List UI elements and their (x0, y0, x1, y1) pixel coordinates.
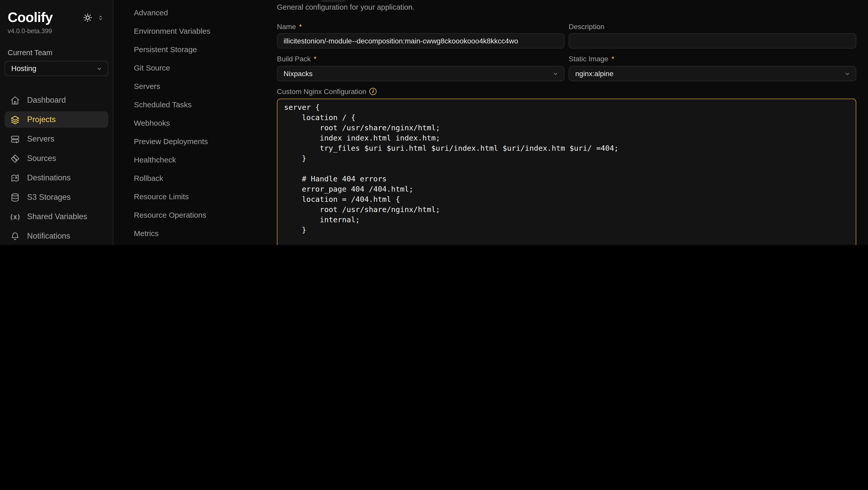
subnav-item-scheduled-tasks[interactable]: Scheduled Tasks (134, 98, 272, 110)
sidebar-nav: DashboardProjectsServersSourcesDestinati… (5, 92, 108, 245)
chevron-down-icon (844, 70, 850, 77)
sidebar-item-label: Shared Variables (27, 212, 87, 221)
code-line: try_files $uri $uri.html $uri/index.html… (284, 143, 856, 153)
code-line (284, 163, 856, 174)
git-icon (10, 153, 20, 163)
team-select-value: Hosting (11, 64, 36, 72)
code-lines: server { location / { root /usr/share/ng… (284, 102, 856, 245)
sidebar-item-s3-storages[interactable]: S3 Storages (5, 189, 108, 205)
home-icon (10, 95, 20, 105)
subnav-item-rollback[interactable]: Rollback (134, 172, 272, 184)
name-input[interactable] (277, 33, 564, 49)
nginx-config-editor[interactable]: server { location / { root /usr/share/ng… (277, 99, 856, 245)
chevrons-up-down-icon[interactable] (97, 14, 104, 21)
sidebar-item-label: Dashboard (27, 96, 66, 105)
sidebar-item-projects[interactable]: Projects (5, 112, 108, 128)
theme-toggle-sun-icon[interactable] (83, 13, 92, 23)
subnav-item-preview-deployments[interactable]: Preview Deployments (134, 135, 272, 147)
sidebar-item-label: Destinations (27, 173, 71, 182)
app-logo: Coolify (5, 10, 53, 26)
code-line: # Handle 404 errors (284, 174, 856, 184)
static-image-label: Static Image* (569, 54, 856, 63)
chevron-down-icon (552, 70, 559, 77)
subnav-item-metrics[interactable]: Metrics (134, 227, 272, 239)
subnav-item-environment-variables[interactable]: Environment Variables (134, 25, 272, 37)
sidebar-header: Coolify (5, 0, 108, 26)
main-content: General configuration for your applicati… (277, 0, 856, 245)
subnav-item-advanced[interactable]: Advanced (134, 6, 272, 19)
build-pack-select[interactable]: Nixpacks (277, 66, 564, 81)
required-asterisk: * (314, 54, 316, 63)
required-asterisk: * (299, 22, 302, 30)
code-line: location = /404.html { (284, 194, 856, 204)
map-icon (10, 173, 20, 183)
subnav-item-resource-limits[interactable]: Resource Limits (134, 190, 272, 202)
sidebar-item-label: Projects (27, 115, 56, 124)
code-line: } (284, 225, 856, 235)
build-pack-value: Nixpacks (283, 69, 313, 78)
code-line: server { (284, 102, 856, 113)
sidebar-item-label: S3 Storages (27, 193, 71, 202)
sidebar: Coolify v4.0.0-beta.399 Current Team Hos… (0, 0, 114, 245)
description-label: Description (569, 22, 856, 31)
chevron-down-icon (96, 65, 103, 72)
sidebar-item-sources[interactable]: Sources (5, 150, 108, 166)
subnav-item-servers[interactable]: Servers (134, 80, 272, 92)
subnav-item-resource-operations[interactable]: Resource Operations (134, 209, 272, 221)
code-line: } (284, 153, 856, 163)
code-line: internal; (284, 215, 856, 225)
sidebar-item-label: Notifications (27, 232, 70, 241)
settings-subnav: AdvancedEnvironment VariablesPersistent … (134, 0, 272, 245)
info-icon[interactable]: i (369, 88, 376, 95)
code-line (284, 235, 856, 245)
database-icon (10, 192, 20, 202)
team-select[interactable]: Hosting (5, 61, 108, 76)
sidebar-item-dashboard[interactable]: Dashboard (5, 92, 108, 108)
static-image-select[interactable]: nginx:alpine (569, 66, 856, 81)
sidebar-item-label: Servers (27, 134, 54, 144)
sidebar-item-label: Sources (27, 154, 56, 163)
subnav-item-git-source[interactable]: Git Source (134, 61, 272, 73)
sidebar-item-shared-variables[interactable]: (x)Shared Variables (5, 209, 108, 225)
required-asterisk: * (612, 54, 614, 63)
bell-icon (10, 231, 20, 241)
tab-fragment (321, 0, 345, 2)
build-pack-label: Build Pack* (277, 54, 564, 63)
page-subtitle: General configuration for your applicati… (277, 0, 856, 12)
layers-icon (10, 115, 20, 125)
code-line: error_page 404 /404.html; (284, 184, 856, 194)
sidebar-item-notifications[interactable]: Notifications (5, 228, 108, 244)
sidebar-item-servers[interactable]: Servers (5, 131, 108, 147)
description-input[interactable] (569, 33, 856, 49)
code-line: root /usr/share/nginx/html; (284, 204, 856, 215)
static-image-value: nginx:alpine (575, 69, 613, 78)
current-team-label: Current Team (5, 49, 108, 57)
server-icon (10, 134, 20, 144)
code-line: location / { (284, 113, 856, 123)
custom-nginx-label: Custom Nginx Configuration i (277, 87, 856, 96)
code-line: root /usr/share/nginx/html; (284, 123, 856, 133)
subnav-item-persistent-storage[interactable]: Persistent Storage (134, 43, 272, 55)
code-line: index index.html index.htm; (284, 133, 856, 143)
variables-icon: (x) (10, 212, 20, 222)
app-version: v4.0.0-beta.399 (5, 28, 108, 35)
subnav-item-webhooks[interactable]: Webhooks (134, 117, 272, 129)
subnav-item-healthcheck[interactable]: Healthcheck (134, 153, 272, 165)
sidebar-item-destinations[interactable]: Destinations (5, 170, 108, 186)
name-label: Name* (277, 22, 564, 31)
app-window: Coolify v4.0.0-beta.399 Current Team Hos… (0, 0, 868, 245)
